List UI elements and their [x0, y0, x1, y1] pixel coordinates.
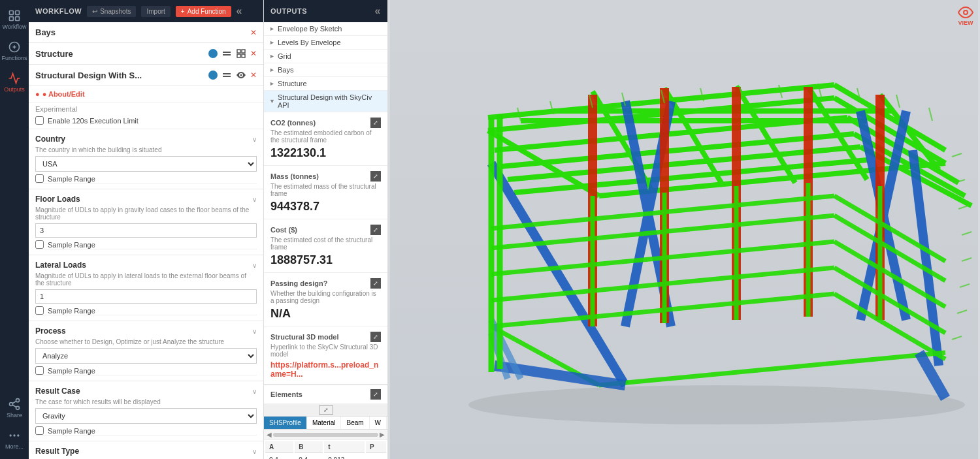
elements-expand-button[interactable]: ⤢ [319, 405, 333, 415]
svg-point-10 [10, 434, 12, 436]
bays-function-item[interactable]: Bays ✕ [29, 22, 263, 43]
result-case-chevron-icon: ∨ [252, 388, 257, 395]
enable-120s-checkbox[interactable] [35, 116, 44, 125]
struct-design-layers-icon [221, 70, 232, 80]
lateral-loads-sample-checkbox[interactable] [35, 306, 44, 315]
lateral-loads-sample-label: Sample Range [48, 307, 95, 315]
struct-design-eye-icon [236, 70, 246, 80]
elements-export-button[interactable]: ⤢ [370, 389, 381, 400]
left-sidebar: Workflow Functions Outputs Share More... [0, 0, 29, 459]
table-row: 0.4 0.4 0.013 [265, 454, 386, 459]
lateral-loads-input[interactable] [35, 289, 257, 304]
structural-3d-export-button[interactable]: ⤢ [370, 332, 381, 342]
cost-label: Cost ($) [270, 226, 297, 234]
import-button[interactable]: Import [141, 6, 170, 17]
structure-function-item[interactable]: Structure ✕ [29, 43, 263, 65]
svg-rect-14 [223, 54, 231, 55]
snapshots-button[interactable]: ↩ Snapshots [87, 6, 136, 17]
svg-point-7 [16, 406, 20, 409]
scroll-left-icon[interactable]: ◀ [267, 431, 272, 438]
workflow-collapse-button[interactable]: « [237, 5, 242, 17]
structural-design-function-item[interactable]: Structural Design With S... ✕ [29, 65, 263, 86]
result-case-select[interactable]: Gravity Lateral All [35, 408, 257, 424]
result-type-chevron-icon: ∨ [252, 448, 257, 455]
grid-arrow-icon: ► [269, 53, 275, 59]
tab-material[interactable]: Material [307, 417, 342, 429]
mass-label: Mass (tonnes) [270, 172, 319, 180]
structural-3d-result: Structural 3D model ⤢ Hyperlink to the S… [264, 326, 387, 385]
sidebar-item-more[interactable]: More... [0, 425, 29, 454]
outputs-tree: ► Envelope By Sketch ► Levels By Envelop… [264, 22, 387, 459]
sidebar-item-share[interactable]: Share [0, 394, 29, 422]
svg-rect-20 [223, 76, 231, 77]
cell-p [366, 454, 386, 459]
country-select[interactable]: USA UK Australia Canada [35, 156, 257, 172]
svg-rect-16 [242, 50, 245, 53]
tree-item-structural-design[interactable]: ▼ Structural Design with SkyCiv API [264, 91, 387, 112]
cost-desc: The estimated cost of the structural fra… [270, 236, 381, 251]
tab-w[interactable]: W [370, 417, 387, 429]
result-case-desc: The case for which results will be displ… [35, 398, 257, 405]
co2-export-button[interactable]: ⤢ [370, 118, 381, 128]
passing-design-result: Passing design? ⤢ Whether the building c… [264, 273, 387, 326]
struct-design-close-icon[interactable]: ✕ [250, 71, 257, 80]
3d-structure-viewport [388, 0, 980, 459]
workflow-title: WORKFLOW [35, 7, 82, 15]
mass-export-button[interactable]: ⤢ [370, 171, 381, 182]
country-title: Country [35, 135, 65, 144]
result-case-sample-checkbox[interactable] [35, 426, 44, 435]
floor-loads-desc: Magnitude of UDLs to apply in gravity lo… [35, 206, 257, 221]
co2-result: CO2 (tonnes) ⤢ The estimated embodied ca… [264, 112, 387, 166]
tree-item-bays[interactable]: ► Bays [264, 63, 387, 77]
structural-design-arrow-icon: ▼ [269, 98, 275, 104]
passing-desc: Whether the building configuration is a … [270, 290, 381, 304]
scroll-bar[interactable] [273, 433, 378, 437]
sidebar-item-workflow[interactable]: Workflow [0, 5, 29, 34]
outputs-title: OUTPUTS [270, 7, 307, 15]
process-sample-checkbox[interactable] [35, 366, 44, 375]
sidebar-item-functions[interactable]: Functions [0, 37, 29, 65]
col-a: A [265, 441, 293, 453]
main-viewport[interactable]: VIEW [388, 0, 980, 459]
tree-item-envelope[interactable]: ► Envelope By Sketch [264, 22, 387, 36]
svg-rect-0 [10, 11, 14, 15]
tree-item-structure[interactable]: ► Structure [264, 77, 387, 91]
lateral-loads-sample-row: Sample Range [35, 304, 257, 315]
col-t: t [324, 441, 365, 453]
mass-value: 944378.7 [270, 200, 381, 214]
about-edit-link[interactable]: ● ● About/Edit [35, 90, 257, 98]
view-button[interactable]: VIEW [958, 7, 973, 26]
svg-point-98 [964, 10, 968, 14]
cost-export-button[interactable]: ⤢ [370, 225, 381, 235]
about-edit-section: ● ● About/Edit [29, 86, 263, 103]
tab-beam[interactable]: Beam [341, 417, 369, 429]
process-select[interactable]: Analyze Design Optimize [35, 348, 257, 364]
enable-120s-row: Enable 120s Execution Limit [29, 114, 263, 129]
tree-item-grid[interactable]: ► Grid [264, 50, 387, 63]
country-sample-checkbox[interactable] [35, 174, 44, 183]
structural-3d-link[interactable]: https://platform.s...preload_name=H... [270, 360, 381, 379]
svg-point-23 [468, 385, 965, 424]
experimental-label: Experimental [29, 103, 263, 114]
tab-shsprofile[interactable]: SHSProfile [264, 417, 307, 429]
structure-layers-icon [221, 48, 232, 59]
scroll-right-icon[interactable]: ▶ [380, 431, 385, 438]
country-form-group: Country ∨ The country in which the build… [29, 129, 263, 189]
passing-export-button[interactable]: ⤢ [370, 278, 381, 289]
mass-desc: The estimated mass of the structural fra… [270, 183, 381, 197]
floor-loads-sample-checkbox[interactable] [35, 240, 44, 249]
sidebar-item-outputs[interactable]: Outputs [0, 68, 29, 97]
outputs-collapse-button[interactable]: « [375, 5, 381, 17]
svg-point-6 [10, 403, 13, 406]
elements-section: Elements ⤢ ⤢ SHSProfile Material Beam W … [264, 385, 387, 459]
structure-close-icon[interactable]: ✕ [250, 49, 257, 58]
result-type-title: Result Type [35, 447, 79, 456]
structure-title: Structure [35, 49, 208, 59]
structure-grid-icon [236, 48, 246, 59]
add-function-button[interactable]: + Add Function [176, 6, 231, 17]
cell-b: 0.4 [295, 454, 323, 459]
country-chevron-icon: ∨ [252, 136, 257, 143]
floor-loads-input[interactable] [35, 223, 257, 238]
tree-item-levels[interactable]: ► Levels By Envelope [264, 36, 387, 50]
svg-point-21 [240, 74, 242, 76]
